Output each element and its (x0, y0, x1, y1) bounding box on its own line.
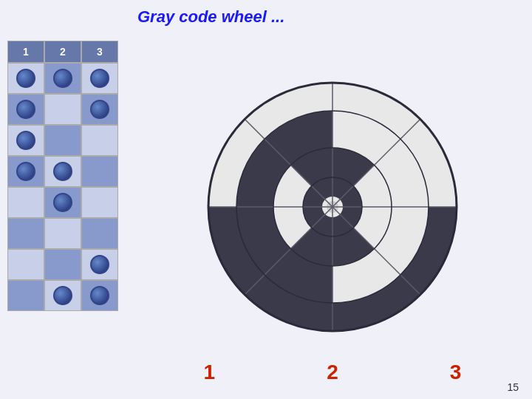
table-row (7, 94, 126, 125)
table-row (7, 156, 126, 187)
wheel-label-3: 3 (450, 361, 462, 384)
table-row (7, 187, 126, 218)
gray-code-wheel (148, 41, 517, 373)
table-cell (44, 125, 81, 156)
table-cell (7, 63, 44, 94)
table-cell (44, 94, 81, 125)
table-cell (81, 63, 118, 94)
table-cell (81, 94, 118, 125)
wheel-svg (200, 74, 466, 340)
dot-indicator (53, 193, 72, 212)
table-cell (81, 249, 118, 280)
table-row (7, 218, 126, 249)
table-row (7, 125, 126, 156)
wheel-label-2: 2 (327, 361, 338, 384)
dot-indicator (90, 255, 109, 274)
table-cell (7, 280, 44, 311)
table-cell (44, 156, 81, 187)
table-cell (44, 218, 81, 249)
table-cell (44, 63, 81, 94)
wheel-label-1: 1 (204, 361, 216, 384)
table-cell (7, 249, 44, 280)
dot-indicator (16, 131, 35, 150)
dot-indicator (90, 286, 109, 305)
table-cell (44, 280, 81, 311)
table-cell (44, 187, 81, 218)
table-cell (81, 156, 118, 187)
table-cell (7, 218, 44, 249)
dot-indicator (53, 69, 72, 88)
dot-indicator (16, 100, 35, 119)
gray-code-table: 1 2 3 (7, 41, 126, 311)
table-row (7, 249, 126, 280)
page-number: 15 (507, 381, 519, 393)
table-cell (81, 125, 118, 156)
table-cell (7, 125, 44, 156)
table-row (7, 280, 126, 311)
table-cell (7, 156, 44, 187)
dot-indicator (53, 286, 72, 305)
table-cell (81, 187, 118, 218)
table-cell (7, 187, 44, 218)
table-cell (81, 218, 118, 249)
page-title: Gray code wheel ... (137, 7, 284, 27)
table-cell (81, 280, 118, 311)
dot-indicator (16, 162, 35, 181)
dot-indicator (90, 100, 109, 119)
dot-indicator (90, 69, 109, 88)
table-row (7, 63, 126, 94)
table-header: 1 2 3 (7, 41, 126, 63)
col-header-1: 1 (7, 41, 44, 63)
col-header-3: 3 (81, 41, 118, 63)
table-cell (7, 94, 44, 125)
dot-indicator (16, 69, 35, 88)
col-header-2: 2 (44, 41, 81, 63)
dot-indicator (53, 162, 72, 181)
wheel-labels-row: 1 2 3 (148, 361, 517, 384)
table-cell (44, 249, 81, 280)
